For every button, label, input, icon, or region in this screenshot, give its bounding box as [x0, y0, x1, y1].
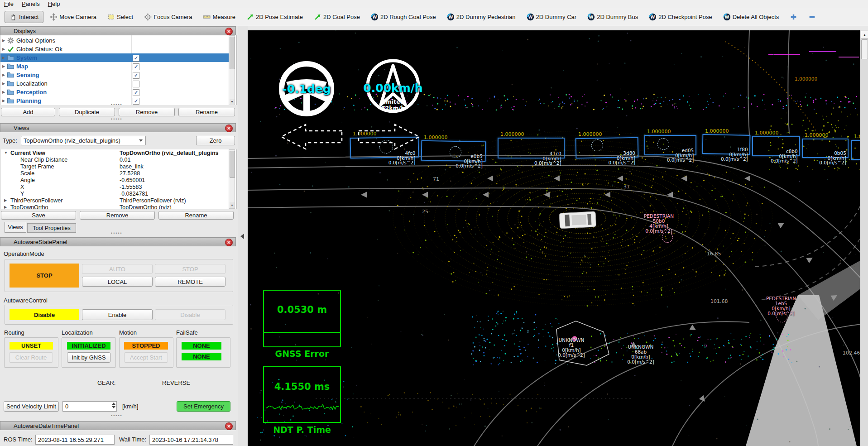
init-by-gnss-button[interactable]: Init by GNSS — [67, 352, 110, 363]
velocity-limit-input[interactable]: 0 — [62, 401, 117, 412]
local-mode-button[interactable]: LOCAL — [82, 277, 153, 287]
expander-icon[interactable]: ▶ — [0, 82, 7, 86]
expander-icon[interactable]: ▶ — [0, 90, 7, 94]
views-save-button[interactable]: Save — [1, 211, 76, 220]
rename-button[interactable]: Rename — [178, 108, 235, 116]
views-scrollbar[interactable]: ▼ — [229, 149, 235, 209]
tree-row-global-status-ok[interactable]: ▶Global Status: Ok — [0, 45, 230, 53]
expander-icon[interactable]: ▶ — [0, 47, 7, 51]
clear-route-button[interactable]: Clear Route — [9, 352, 53, 363]
tree-row-perception[interactable]: ▶Perception — [0, 88, 230, 96]
tool-delete-all-objects[interactable]: WDelete All Objects — [719, 11, 784, 23]
tool-2d-rough-goal-pose[interactable]: W2D Rough Goal Pose — [366, 11, 441, 23]
tool-2d-pose-estimate[interactable]: 2D Pose Estimate — [242, 11, 307, 23]
tool-select[interactable]: Select — [103, 11, 138, 23]
expander-icon[interactable]: ▶ — [4, 198, 7, 202]
checkbox-localization[interactable] — [133, 81, 139, 87]
tool-measure[interactable]: Measure — [198, 11, 240, 23]
viewport-scrollbar[interactable]: ▲ — [860, 30, 868, 446]
scroll-down-icon[interactable]: ▼ — [230, 202, 235, 208]
zero-button[interactable]: Zero — [196, 136, 235, 145]
splitter-handle[interactable]: ••••• — [111, 231, 123, 235]
accept-start-button[interactable]: Accept Start — [124, 352, 168, 363]
panel-splitter[interactable] — [238, 26, 248, 446]
views-panel-header[interactable]: Views — [0, 123, 236, 132]
tool-minus-icon[interactable] — [804, 11, 820, 23]
menu-item-file[interactable]: File — [0, 0, 18, 8]
auto-mode-button[interactable]: AUTO — [82, 264, 153, 274]
tool-2d-checkpoint-pose[interactable]: W2D Checkpoint Pose — [644, 11, 717, 23]
tool-2d-dummy-bus[interactable]: W2D Dummy Bus — [583, 11, 643, 23]
property-row-target-frame[interactable]: Target Framebase_link — [0, 163, 230, 170]
disable-control-button[interactable]: Disable — [155, 309, 225, 320]
expander-icon[interactable]: ▶ — [0, 99, 7, 103]
spin-down-icon[interactable] — [112, 406, 115, 408]
menu-item-panels[interactable]: Panels — [18, 0, 44, 8]
stop-mode-button[interactable]: STOP — [10, 264, 79, 288]
view-type-dropdown[interactable]: TopDownOrtho (rviz_default_plugins) — [21, 136, 146, 145]
3d-viewport[interactable]: 1.0000004fc00[km/h]0.0[m/s^2]1.000000e0b… — [248, 30, 868, 446]
displays-close-button[interactable] — [225, 28, 233, 35]
property-row-near-clip-distance[interactable]: Near Clip Distance0.01 — [0, 156, 230, 163]
tool-plus-icon[interactable] — [785, 11, 802, 23]
splitter-handle[interactable]: ••••• — [111, 117, 123, 121]
property-row-current-view[interactable]: ▼Current ViewTopDownOrtho (rviz_default_… — [0, 149, 230, 156]
tool-move-camera[interactable]: Move Camera — [45, 11, 101, 23]
checkbox-planning[interactable]: ✓ — [133, 98, 139, 105]
remove-button[interactable]: Remove — [119, 108, 175, 116]
checkbox-map[interactable]: ✓ — [133, 63, 139, 70]
checkbox-sensing[interactable]: ✓ — [133, 72, 139, 79]
tree-row-sensing[interactable]: ▶Sensing — [0, 71, 230, 79]
remote-mode-button[interactable]: REMOTE — [155, 277, 225, 287]
expander-icon[interactable]: ▶ — [4, 205, 7, 209]
state-panel-header[interactable]: AutowareStatePanel — [0, 237, 236, 246]
collapse-left-icon[interactable] — [240, 234, 244, 239]
displays-panel-header[interactable]: Displays — [0, 26, 236, 35]
expander-icon[interactable]: ▶ — [0, 73, 7, 77]
tool-interact[interactable]: Interact — [5, 11, 43, 23]
wall-time-field[interactable]: 2023-10-16 17:21:14.378 — [149, 435, 233, 445]
tool-2d-dummy-car[interactable]: W2D Dummy Car — [522, 11, 581, 23]
expander-icon[interactable]: ▼ — [4, 151, 8, 155]
add-button[interactable]: Add — [1, 108, 55, 116]
spinner-arrows[interactable] — [112, 403, 115, 408]
tool-2d-dummy-pedestrian[interactable]: W2D Dummy Pedestrian — [442, 11, 520, 23]
expander-icon[interactable]: ▶ — [0, 56, 7, 60]
scroll-down-icon[interactable]: ▼ — [230, 99, 235, 104]
tree-row-global-options[interactable]: ▶Global Options — [0, 36, 230, 45]
views-scrollbar-thumb[interactable] — [230, 151, 235, 178]
splitter-handle[interactable]: ••••• — [111, 413, 123, 418]
disable-control-active[interactable]: Disable — [10, 309, 79, 320]
stop-secondary-button[interactable]: STOP — [155, 264, 225, 274]
spin-up-icon[interactable] — [112, 403, 115, 405]
tab-views[interactable]: Views — [5, 222, 26, 233]
duplicate-button[interactable]: Duplicate — [59, 108, 115, 116]
views-close-button[interactable] — [225, 125, 233, 132]
displ​ays-scrollbar[interactable]: ▼ — [229, 35, 235, 105]
views-rename-button[interactable]: Rename — [158, 211, 234, 220]
displays-scrollbar-thumb[interactable] — [230, 37, 235, 69]
tool-focus-camera[interactable]: Focus Camera — [139, 11, 197, 23]
property-row-thirdpersonfollower[interactable]: ▶ThirdPersonFollowerThirdPersonFollower … — [0, 197, 230, 204]
menu-item-help[interactable]: Help — [44, 0, 64, 8]
enable-control-button[interactable]: Enable — [82, 309, 153, 320]
checkbox-perception[interactable]: ✓ — [133, 89, 139, 96]
tree-row-system[interactable]: ▶System — [0, 53, 230, 62]
property-row-y[interactable]: Y-0.0824781 — [0, 190, 230, 197]
tree-row-map[interactable]: ▶Map — [0, 62, 230, 71]
splitter-handle[interactable]: ••••• — [111, 102, 123, 107]
send-velocity-limit-button[interactable]: Send Velocity Limit — [4, 401, 59, 412]
expander-icon[interactable]: ▶ — [0, 38, 7, 43]
property-row-x[interactable]: X-1.55583 — [0, 183, 230, 190]
property-row-scale[interactable]: Scale27.5288 — [0, 170, 230, 177]
datetime-panel-header[interactable]: AutowareDateTimePanel — [0, 421, 236, 430]
datetime-close-button[interactable] — [225, 422, 233, 430]
scroll-up-icon[interactable]: ▲ — [861, 31, 868, 39]
viewport-scrollbar-thumb[interactable] — [861, 39, 868, 59]
state-panel-close-button[interactable] — [225, 239, 233, 246]
property-row-angle[interactable]: Angle-0.650001 — [0, 177, 230, 183]
tree-row-localization[interactable]: ▶Localization — [0, 79, 230, 88]
views-remove-button[interactable]: Remove — [80, 211, 155, 220]
tool-2d-goal-pose[interactable]: 2D Goal Pose — [309, 11, 364, 23]
checkbox-system[interactable]: ✓ — [133, 55, 139, 62]
